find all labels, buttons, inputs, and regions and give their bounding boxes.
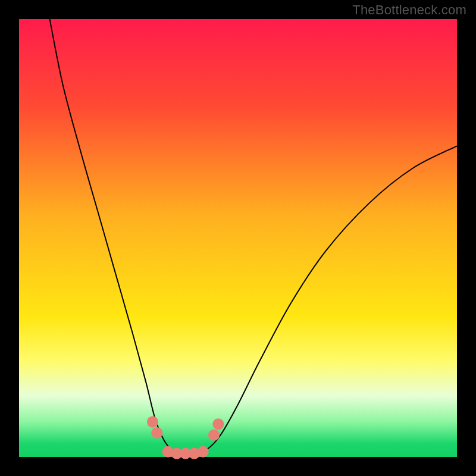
data-marker [151,427,162,439]
chart-container: { "watermark": "TheBottleneck.com", "cha… [0,0,476,476]
watermark-text: TheBottleneck.com [352,2,466,18]
data-marker [212,418,224,430]
data-marker [208,430,220,441]
data-marker [147,416,158,428]
chart-svg [0,0,476,476]
plot-background [19,19,457,457]
data-marker [198,446,209,458]
